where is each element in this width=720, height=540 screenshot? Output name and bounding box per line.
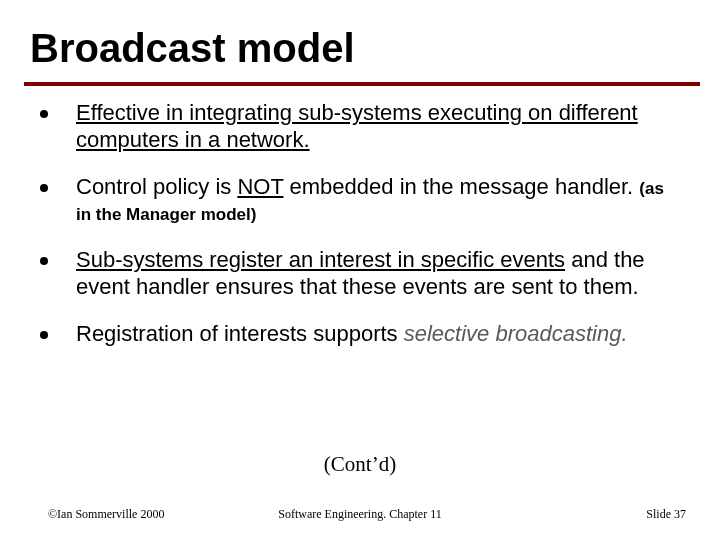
footer-center: Software Engineering. Chapter 11 (0, 507, 720, 522)
bullet-icon (40, 184, 48, 192)
bullet-2-post: embedded in the message handler. (283, 174, 639, 199)
bullet-4-pre: Registration of interests supports (76, 321, 404, 346)
bullet-2-not: NOT (237, 174, 283, 199)
bullet-2: Control policy is NOT embedded in the me… (40, 174, 680, 228)
title-underline (24, 82, 700, 86)
bullet-icon (40, 331, 48, 339)
bullet-1-underline: Effective in integrating sub-systems exe… (76, 100, 638, 152)
bullet-2-pre: Control policy is (76, 174, 237, 199)
slide: Broadcast model Effective in integrating… (0, 0, 720, 540)
bullet-3: Sub-systems register an interest in spec… (40, 247, 680, 301)
bullet-icon (40, 110, 48, 118)
footer: ©Ian Sommerville 2000 Software Engineeri… (0, 504, 720, 522)
bullet-2-text: Control policy is NOT embedded in the me… (76, 174, 680, 228)
footer-slide-number: Slide 37 (646, 507, 686, 522)
bullet-3-text: Sub-systems register an interest in spec… (76, 247, 680, 301)
bullet-3-underline: Sub-systems register an interest in spec… (76, 247, 565, 272)
bullet-1-text: Effective in integrating sub-systems exe… (76, 100, 680, 154)
bullet-4: Registration of interests supports selec… (40, 321, 680, 348)
slide-body: Effective in integrating sub-systems exe… (40, 100, 680, 368)
slide-title: Broadcast model (30, 26, 355, 71)
bullet-1: Effective in integrating sub-systems exe… (40, 100, 680, 154)
bullet-icon (40, 257, 48, 265)
continued-label: (Cont’d) (0, 452, 720, 477)
bullet-4-text: Registration of interests supports selec… (76, 321, 628, 348)
bullet-4-italic: selective broadcasting. (404, 321, 628, 346)
